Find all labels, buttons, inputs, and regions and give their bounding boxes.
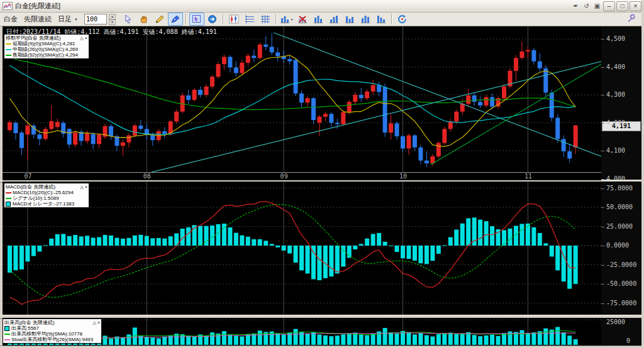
reload-rotate-button[interactable]: ↺: [582, 2, 591, 11]
main-price-chart[interactable]: [3, 26, 601, 172]
legend-item: 短期線(9)(0)(SMA)(C):4,281: [6, 41, 87, 46]
legend-item: 長期線(52)(0)(SMA)(C):4,294: [6, 52, 87, 58]
cursor-icon: [123, 14, 133, 24]
axis-tick: [601, 246, 604, 246]
legend-swatch-icon: [6, 192, 11, 193]
copy-window-button[interactable]: ▣: [592, 2, 602, 11]
contract-label: 先限連続: [24, 14, 52, 24]
settings-wrench-icon[interactable]: [626, 14, 635, 25]
price-axis-label: 4,200: [606, 119, 625, 126]
chart-style-button[interactable]: [226, 13, 242, 26]
macd-chart[interactable]: [3, 182, 601, 315]
macd-legend[interactable]: MACD(白金 先限連続)△×MACD(10)(20)(C):-25.6294シ…: [4, 183, 89, 208]
legend-swatch-icon: [6, 49, 11, 50]
zoomcircle-icon: [208, 14, 218, 24]
legend-minimize-button[interactable]: △: [80, 35, 84, 41]
legend-close-button[interactable]: ×: [85, 184, 87, 190]
axis-tick: [601, 39, 604, 40]
legend-close-button[interactable]: ×: [85, 35, 87, 41]
toolbar-separator: [186, 14, 187, 24]
window-icon: [3, 2, 13, 10]
candlechart-icon: [229, 14, 239, 24]
zoom-tool-button[interactable]: [205, 13, 220, 26]
close-button[interactable]: ×: [630, 1, 641, 11]
maximize-button[interactable]: □: [616, 1, 628, 11]
symbol-label: 白金: [4, 14, 18, 24]
month-label: 08: [143, 173, 151, 180]
toolbar: 白金 先限連続 日足 ▼ 100 ▲▼ ▼: [0, 13, 644, 26]
price-axis-label: 4,300: [606, 91, 625, 98]
title-bar[interactable]: 白金[先限連続] ✒↺▣–□×: [0, 0, 644, 13]
macd-axis[interactable]: 75.000050.000025.00000.0000-25.0000-50.0…: [601, 182, 641, 315]
macd-axis-label: 75.0000: [606, 185, 633, 192]
volume-axis[interactable]: 25000 0: [601, 318, 641, 345]
legend-title: 出来高(白金 先限連続): [4, 320, 92, 325]
bar-count-stepper[interactable]: ▲▼: [109, 14, 116, 25]
gridrows-icon: [245, 14, 255, 24]
axis-tick: [601, 95, 604, 95]
indicator-preset-4-button[interactable]: [358, 13, 373, 26]
indicator-histogram-dropdown-button[interactable]: ▼: [279, 13, 294, 26]
macd-axis-label: 0.0000: [606, 242, 629, 249]
gridfull-icon: [260, 14, 270, 24]
hist3-icon: [345, 14, 355, 24]
legend-item-label: 長期線(52)(0)(SMA)(C):4,294: [13, 52, 78, 58]
pencil-tool-button[interactable]: [152, 13, 167, 26]
volume-zero-label: 0: [626, 337, 630, 344]
minimize-button[interactable]: –: [603, 1, 615, 11]
legend-item: 中期線(26)(0)(SMA)(C):4,269: [6, 46, 87, 52]
grid-full-button[interactable]: [258, 13, 273, 26]
volume-legend[interactable]: 出来高(白金 先限連続)△×出来高:5567出来高移動平均(9)(SMA):10…: [3, 318, 102, 344]
date-axis: 0708091011: [3, 172, 601, 180]
indicator-delete-button[interactable]: [295, 13, 310, 26]
cursor-tool-button[interactable]: [121, 13, 136, 26]
month-label: 07: [24, 173, 31, 180]
pen-tool-button[interactable]: [168, 13, 183, 26]
toolbar-separator: [275, 14, 277, 24]
select-box-tool-button[interactable]: [189, 13, 204, 26]
axis-tick: [601, 151, 604, 151]
hist5-icon: [376, 14, 386, 24]
legend-minimize-button[interactable]: △: [93, 320, 96, 325]
bar-count-input[interactable]: 100: [84, 14, 107, 24]
timeframe-dropdown-arrow-icon[interactable]: ▼: [74, 18, 78, 21]
main-chart-svg: [3, 26, 601, 172]
ma-legend[interactable]: 移動平均(白金 先限連続)△×短期線(9)(0)(SMA)(C):4,281中期…: [4, 34, 89, 59]
stepper-down-icon[interactable]: ▼: [109, 19, 116, 25]
indicator-preset-3-button[interactable]: [342, 13, 357, 26]
month-label: 10: [399, 173, 407, 180]
price-axis[interactable]: 4,191 4,5004,4004,3004,2004,1004,000: [601, 26, 641, 180]
legend-swatch-icon: [4, 339, 10, 340]
pencil-icon: [155, 14, 165, 24]
legend-swatch-icon: [6, 55, 11, 56]
indicator-preset-2-button[interactable]: [326, 13, 341, 26]
hand-tool-button[interactable]: [136, 13, 152, 26]
legend-title: MACD(白金 先限連続): [6, 184, 79, 190]
window-title: 白金[先限連続]: [15, 1, 60, 11]
legend-item: MACD(10)(20)(C):-25.6294: [6, 190, 87, 195]
hist4-icon: [360, 14, 370, 24]
price-axis-label: 4,400: [606, 63, 625, 70]
legend-swatch-icon: [4, 334, 10, 335]
indicator-preset-1-button[interactable]: [311, 13, 326, 26]
month-label: 11: [525, 173, 532, 180]
stepper-up-icon[interactable]: ▲: [109, 14, 116, 19]
toolbar-separator: [223, 14, 224, 24]
refresh-button[interactable]: [395, 13, 410, 26]
timeframe-select[interactable]: 日足: [58, 14, 72, 24]
hist2-icon: [329, 14, 339, 24]
legend-swatch-icon: [6, 202, 11, 207]
legend-item-label: Slow出来高移動平均(26)(SMA):9493: [11, 337, 93, 342]
legend-swatch-icon: [6, 43, 11, 45]
histdrop-icon: [280, 14, 290, 24]
axis-tick: [601, 123, 604, 124]
histx-icon: [297, 14, 308, 24]
indicator-preset-5-button[interactable]: [374, 13, 389, 26]
macd-chart-svg: [3, 182, 601, 315]
pin-button[interactable]: ✒: [571, 2, 580, 11]
legend-item-label: 出来高:5567: [11, 325, 39, 331]
macd-axis-label: -25.0000: [606, 261, 636, 268]
grid-rows-button[interactable]: [242, 13, 257, 26]
legend-minimize-button[interactable]: △: [80, 184, 84, 190]
legend-close-button[interactable]: ×: [97, 320, 100, 325]
